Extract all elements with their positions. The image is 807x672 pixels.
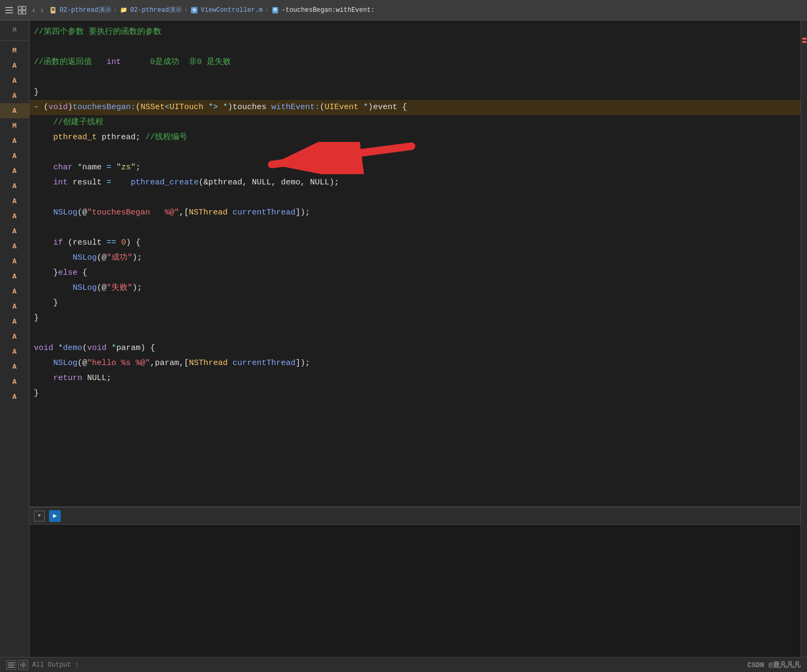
marker-14: A	[0, 254, 29, 269]
marker-5: M	[0, 118, 29, 133]
nav-forward-button[interactable]: ›	[38, 4, 45, 16]
breadcrumb-item-4[interactable]: -touchesBegan:withEvent:	[282, 6, 375, 14]
svg-rect-4	[23, 6, 26, 10]
left-gutter: M M A A A A M A A A A A A A A A A A A A …	[0, 20, 30, 657]
code-content[interactable]: //第四个参数 要执行的函数的参数 //函数的返回值 int 0是成功 非0 是…	[30, 20, 801, 506]
marker-15: A	[0, 269, 29, 284]
svg-rect-9	[8, 664, 15, 666]
code-line-1: //第四个参数 要执行的函数的参数	[30, 25, 801, 40]
nav-buttons: ‹ ›	[30, 4, 46, 16]
main-area: M M A A A A M A A A A A A A A A A A A A …	[0, 20, 807, 657]
breadcrumb: M 02-pthread演示 › 📁 02-pthread演示 › m View…	[49, 5, 375, 15]
minimap-indicator-2	[802, 41, 806, 43]
code-editor[interactable]: //第四个参数 要执行的函数的参数 //函数的返回值 int 0是成功 非0 是…	[30, 20, 801, 657]
toolbar: ‹ › M 02-pthread演示 › 📁 02-pthread演示 › m …	[0, 0, 807, 20]
marker-0: M	[0, 43, 29, 58]
code-line-23: NSLog(@"hello %s %@",param,[NSThread cur…	[30, 356, 801, 371]
code-line-6: - (void)touchesBegan:(NSSet<UITouch *> *…	[30, 100, 801, 115]
code-line-8: pthread_t pthread; //线程编号	[30, 130, 801, 145]
code-line-5: }	[30, 85, 801, 100]
gutter-markers: M A A A A M A A A A A A A A A A A A A A …	[0, 41, 29, 404]
status-bar: All Output ↕ CSDN @鹿凡凡凡	[0, 657, 807, 672]
marker-4: A	[0, 103, 29, 118]
code-line-2	[30, 40, 801, 55]
svg-point-12	[20, 662, 26, 668]
marker-22: A	[0, 374, 29, 389]
marker-21: A	[0, 359, 29, 374]
marker-17: A	[0, 299, 29, 314]
console-output	[30, 525, 801, 657]
svg-rect-3	[18, 6, 22, 10]
marker-23: A	[0, 389, 29, 404]
marker-6: A	[0, 133, 29, 148]
grid-icon[interactable]	[17, 5, 27, 15]
console-area: ▼ ▶	[30, 506, 801, 657]
status-settings-icon[interactable]	[18, 660, 28, 670]
marker-18: A	[0, 314, 29, 329]
breadcrumb-sep-3: ›	[265, 6, 268, 14]
code-line-19: }	[30, 296, 801, 311]
folder-icon-2: 📁	[119, 6, 128, 15]
code-line-20: }	[30, 311, 801, 326]
svg-point-11	[22, 664, 24, 666]
method-icon: M	[271, 6, 280, 15]
all-output-label[interactable]: All Output ↕	[32, 661, 79, 669]
file-icon: M	[49, 6, 58, 15]
code-line-9	[30, 145, 801, 160]
marker-7: A	[0, 148, 29, 163]
breadcrumb-item-2[interactable]: 02-pthread演示	[130, 5, 182, 15]
code-line-10: char *name = "zs";	[30, 160, 801, 175]
svg-rect-10	[8, 667, 15, 668]
code-line-21	[30, 326, 801, 341]
code-line-7: //创建子线程	[30, 115, 801, 130]
marker-11: A	[0, 209, 29, 224]
gutter-top: M	[0, 20, 29, 41]
code-line-16: NSLog(@"成功");	[30, 251, 801, 266]
marker-12: A	[0, 224, 29, 239]
code-line-24: return NULL;	[30, 371, 801, 386]
code-line-11: int result = pthread_create(&pthread, NU…	[30, 175, 801, 190]
svg-rect-8	[8, 662, 15, 663]
marker-13: A	[0, 239, 29, 254]
minimap-indicator-1	[802, 38, 806, 40]
svg-rect-6	[23, 11, 26, 14]
play-icon: ▶	[53, 512, 56, 520]
marker-2: A	[0, 73, 29, 88]
sidebar-toggle-icon[interactable]	[4, 5, 14, 15]
code-line-3: //函数的返回值 int 0是成功 非0 是失败	[30, 55, 801, 70]
marker-3: A	[0, 88, 29, 103]
breadcrumb-sep-1: ›	[114, 6, 117, 14]
nav-back-button[interactable]: ‹	[30, 4, 37, 16]
breadcrumb-sep-2: ›	[184, 6, 188, 14]
gutter-menu-icon: M	[12, 27, 16, 34]
code-line-17: }else {	[30, 266, 801, 281]
status-left: All Output ↕	[6, 660, 79, 670]
marker-19: A	[0, 329, 29, 344]
code-line-15: if (result == 0) {	[30, 235, 801, 251]
console-toggle-icon: ▼	[38, 513, 41, 519]
right-scrollbar[interactable]	[801, 20, 807, 657]
m-file-icon: m	[190, 6, 199, 15]
marker-8: A	[0, 163, 29, 178]
svg-rect-5	[18, 11, 22, 14]
breadcrumb-item-1[interactable]: 02-pthread演示	[60, 5, 111, 15]
brand-label: CSDN @鹿凡凡凡	[747, 660, 801, 670]
marker-10: A	[0, 194, 29, 209]
svg-rect-2	[5, 12, 13, 13]
code-line-12	[30, 190, 801, 205]
breadcrumb-item-3[interactable]: ViewController.m	[201, 6, 263, 14]
console-toolbar: ▼ ▶	[30, 507, 801, 525]
status-right: CSDN @鹿凡凡凡	[747, 660, 801, 670]
status-toggle-icon[interactable]	[6, 660, 16, 670]
code-line-13: NSLog(@"touchesBegan %@",[NSThread curre…	[30, 205, 801, 220]
code-line-18: NSLog(@"失败");	[30, 281, 801, 296]
code-line-25: }	[30, 386, 801, 401]
marker-9: A	[0, 178, 29, 194]
code-line-22: void *demo(void *param) {	[30, 341, 801, 356]
console-play-button[interactable]: ▶	[49, 510, 61, 522]
marker-16: A	[0, 284, 29, 299]
marker-1: A	[0, 58, 29, 73]
console-toggle-button[interactable]: ▼	[34, 511, 45, 521]
marker-20: A	[0, 344, 29, 359]
svg-rect-0	[5, 7, 13, 8]
